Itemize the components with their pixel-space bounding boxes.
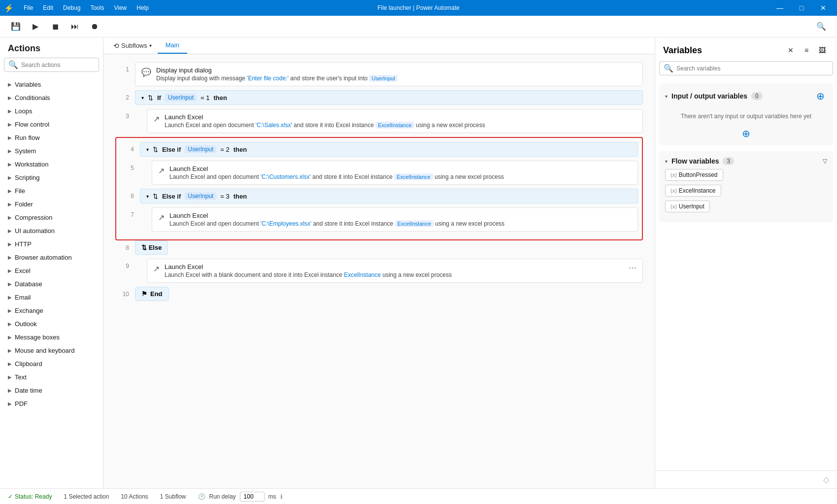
actions-search-box[interactable]: 🔍 <box>4 58 99 72</box>
variables-panel: Variables ✕ ≡ 🖼 🔍 ▾ Input / output <box>655 37 837 488</box>
search-actions-input[interactable] <box>21 62 95 68</box>
circle-add-icon[interactable]: ⊕ <box>742 128 750 139</box>
record-button[interactable]: ⏺ <box>87 19 102 34</box>
step-indent-9: ↗ Launch Excel Launch Excel with a blank… <box>135 259 643 283</box>
app-icon: ⚡ <box>4 3 14 13</box>
action-item-folder[interactable]: ▶Folder <box>0 198 103 211</box>
actions-count-label: 10 Actions <box>121 493 148 500</box>
window-controls: — □ ✕ <box>770 0 833 16</box>
tab-main[interactable]: Main <box>158 37 187 54</box>
step-num-7: 7 <box>120 207 134 218</box>
elseif-var-6: UserInput <box>185 192 216 200</box>
var-badge-excel-instance[interactable]: (x) ExcelInstance <box>665 185 721 197</box>
menu-view[interactable]: View <box>112 3 129 12</box>
step-row-6: 6 ▾ ⇅ Else if UserInput = 3 then <box>120 189 638 203</box>
variables-layers-icon[interactable]: ≡ <box>800 43 813 57</box>
action-item-file[interactable]: ▶File <box>0 184 103 198</box>
flow-variables-count: 3 <box>723 157 734 165</box>
section-collapse-icon[interactable]: ▾ <box>665 94 668 99</box>
filter-icon[interactable]: ▽ <box>823 158 827 165</box>
save-button[interactable]: 💾 <box>8 19 24 34</box>
var-badge-user-input[interactable]: (x) UserInput <box>665 201 710 212</box>
action-item-conditionals[interactable]: ▶Conditionals <box>0 91 103 104</box>
chevron-icon: ▶ <box>8 162 12 167</box>
if-keyword: If <box>157 94 161 101</box>
toolbar-search-button[interactable]: 🔍 <box>813 19 829 34</box>
subflow-count-label: 1 Subflow <box>160 493 186 500</box>
action-item-run-flow[interactable]: ▶Run flow <box>0 131 103 144</box>
var-badge-button-pressed[interactable]: (x) ButtonPressed <box>665 169 723 181</box>
flow-collapse-icon[interactable]: ▾ <box>665 159 668 164</box>
run-delay-group: 🕐 Run delay ms ℹ <box>198 492 283 502</box>
action-item-flow-control[interactable]: ▶Flow control <box>0 118 103 131</box>
step-block-9[interactable]: ↗ Launch Excel Launch Excel with a blank… <box>147 259 643 283</box>
menu-edit[interactable]: Edit <box>41 3 55 12</box>
step-indent-7: ↗ Launch Excel Launch Excel and open doc… <box>140 207 638 232</box>
elseif-header-4[interactable]: ▾ ⇅ Else if UserInput = 2 then <box>140 142 638 157</box>
step-link-7: 'C:\Employees.xlsx' <box>261 220 311 227</box>
action-item-browser-automation[interactable]: ▶Browser automation <box>0 251 103 264</box>
step-block-3[interactable]: ↗ Launch Excel Launch Excel and open doc… <box>147 109 643 133</box>
step-more-button-9[interactable]: ⋯ <box>629 263 636 272</box>
stop-button[interactable]: ◼ <box>47 19 63 34</box>
action-item-email[interactable]: ▶Email <box>0 291 103 304</box>
action-item-clipboard[interactable]: ▶Clipboard <box>0 357 103 370</box>
elseif-header-6[interactable]: ▾ ⇅ Else if UserInput = 3 then <box>140 189 638 203</box>
step-block-1[interactable]: 💬 Display input dialog Display input dia… <box>135 62 643 86</box>
close-button[interactable]: ✕ <box>813 0 833 16</box>
action-item-exchange[interactable]: ▶Exchange <box>0 304 103 317</box>
action-label: Variables <box>15 81 41 88</box>
action-item-outlook[interactable]: ▶Outlook <box>0 317 103 331</box>
minimize-button[interactable]: — <box>770 0 790 16</box>
action-item-text[interactable]: ▶Text <box>0 370 103 384</box>
step-block-7[interactable]: ↗ Launch Excel Launch Excel and open doc… <box>152 207 638 232</box>
step-content-9: Launch Excel Launch Excel with a blank d… <box>165 263 624 278</box>
menu-file[interactable]: File <box>22 3 35 12</box>
collapse-icon[interactable]: ▾ <box>146 147 149 152</box>
flow-variables-section: ▾ Flow variables 3 ▽ (x) ButtonPressed <box>659 151 833 222</box>
maximize-button[interactable]: □ <box>792 0 811 16</box>
else-badge-8[interactable]: ⇅ Else <box>135 240 168 255</box>
action-item-message-boxes[interactable]: ▶Message boxes <box>0 331 103 344</box>
action-item-scripting[interactable]: ▶Scripting <box>0 171 103 184</box>
search-variables-input[interactable] <box>676 65 829 72</box>
action-item-variables[interactable]: ▶Variables <box>0 78 103 91</box>
action-item-mouse-keyboard[interactable]: ▶Mouse and keyboard <box>0 344 103 357</box>
step-num-2: 2 <box>115 90 129 101</box>
step-content-5: Launch Excel Launch Excel and open docum… <box>169 165 632 180</box>
skip-button[interactable]: ⏭ <box>67 19 83 34</box>
add-variable-button[interactable]: ⊕ <box>813 89 827 103</box>
end-badge[interactable]: ⚑ End <box>135 287 169 301</box>
action-item-pdf[interactable]: ▶PDF <box>0 397 103 410</box>
step-indent-5: ↗ Launch Excel Launch Excel and open doc… <box>140 161 638 185</box>
action-item-system[interactable]: ▶System <box>0 144 103 158</box>
action-label: Message boxes <box>15 334 60 341</box>
step-title-9: Launch Excel <box>165 263 624 270</box>
run-button[interactable]: ▶ <box>28 19 43 34</box>
action-label: Exchange <box>15 307 43 314</box>
diamond-icon[interactable]: ◇ <box>823 475 829 484</box>
menu-debug[interactable]: Debug <box>61 3 82 12</box>
variables-close-button[interactable]: ✕ <box>784 43 798 57</box>
subflows-button[interactable]: ⟲ Subflows ▾ <box>111 38 154 54</box>
variables-image-icon[interactable]: 🖼 <box>815 43 829 57</box>
run-delay-input[interactable] <box>240 492 265 502</box>
variables-search-box[interactable]: 🔍 <box>659 61 833 75</box>
menu-help[interactable]: Help <box>134 3 151 12</box>
action-item-ui-automation[interactable]: ▶UI automation <box>0 224 103 237</box>
action-item-http[interactable]: ▶HTTP <box>0 237 103 251</box>
action-item-excel[interactable]: ▶Excel <box>0 264 103 277</box>
menu-tools[interactable]: Tools <box>88 3 106 12</box>
action-item-compression[interactable]: ▶Compression <box>0 211 103 224</box>
step-block-5[interactable]: ↗ Launch Excel Launch Excel and open doc… <box>152 161 638 185</box>
action-label: Date time <box>15 387 42 394</box>
action-item-database[interactable]: ▶Database <box>0 277 103 291</box>
elseif-then-6: then <box>234 193 247 200</box>
elseif-op-6: = 3 <box>220 193 229 200</box>
if-header[interactable]: ▾ ⇅ If UserInput = 1 then <box>135 90 643 105</box>
collapse-icon[interactable]: ▾ <box>146 194 149 199</box>
collapse-icon[interactable]: ▾ <box>141 95 144 101</box>
action-item-workstation[interactable]: ▶Workstation <box>0 158 103 171</box>
action-item-loops[interactable]: ▶Loops <box>0 104 103 118</box>
action-item-date-time[interactable]: ▶Date time <box>0 384 103 397</box>
